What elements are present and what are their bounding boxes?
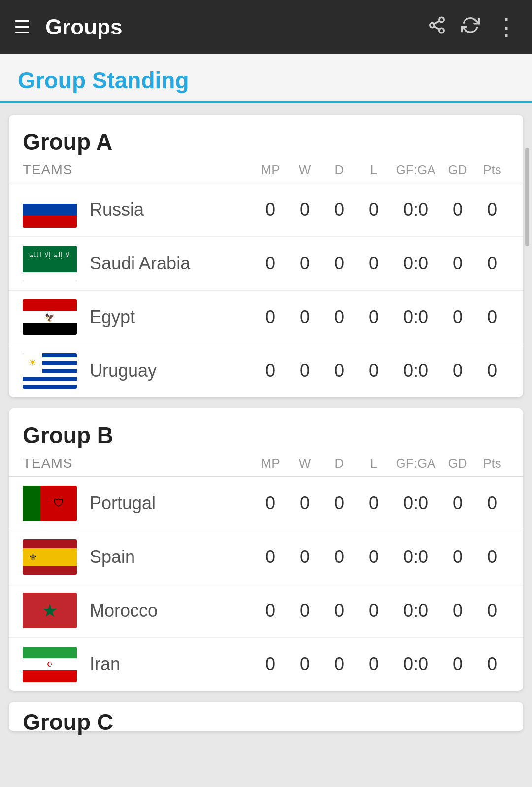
team-row-saudi-arabia[interactable]: لا إله إلا الله Saudi Arabia 0 0 0 0 0:0… — [9, 237, 523, 291]
col-pts-b: Pts — [475, 456, 509, 471]
col-gd-b: GD — [440, 456, 475, 471]
team-name-iran: Iran — [90, 654, 253, 675]
group-c-partial-card: Group C — [9, 702, 523, 731]
stat-w: 0 — [288, 253, 322, 274]
group-a-card: Group A TEAMS MP W D L GF:GA GD Pts Russ… — [9, 115, 523, 397]
stat-d: 0 — [322, 654, 357, 675]
stat-gfga: 0:0 — [391, 493, 440, 514]
group-a-col-headers: TEAMS MP W D L GF:GA GD Pts — [9, 155, 523, 183]
scrollbar[interactable] — [525, 148, 529, 246]
col-pts: Pts — [475, 163, 509, 178]
team-stats-iran: 0 0 0 0 0:0 0 0 — [253, 654, 509, 675]
col-w-b: W — [288, 456, 322, 471]
saudi-flag-band — [23, 272, 77, 281]
stat-pts: 0 — [475, 654, 509, 675]
stat-l: 0 — [357, 307, 391, 328]
col-w: W — [288, 163, 322, 178]
team-stats-uruguay: 0 0 0 0 0:0 0 0 — [253, 361, 509, 381]
stat-gd: 0 — [440, 493, 475, 514]
stat-w: 0 — [288, 361, 322, 381]
team-name-morocco: Morocco — [90, 600, 253, 621]
menu-icon[interactable]: ☰ — [14, 18, 31, 36]
iran-emblem: ☪ — [47, 660, 53, 668]
stat-d: 0 — [322, 493, 357, 514]
stat-d: 0 — [322, 600, 357, 621]
col-l: L — [357, 163, 391, 178]
stat-l: 0 — [357, 493, 391, 514]
flag-spain: ⚜ — [23, 539, 77, 575]
flag-morocco: ★ — [23, 593, 77, 628]
team-row-uruguay[interactable]: ☀ Uruguay 0 0 0 0 0:0 0 0 — [9, 344, 523, 397]
stat-d: 0 — [322, 307, 357, 328]
col-stat-headers: MP W D L GF:GA GD Pts — [253, 163, 509, 178]
group-c-partial-name: Group C — [9, 702, 523, 742]
flag-uruguay: ☀ — [23, 353, 77, 389]
svg-line-4 — [434, 21, 440, 24]
group-b-card: Group B TEAMS MP W D L GF:GA GD Pts 🛡 — [9, 408, 523, 691]
team-row-spain[interactable]: ⚜ Spain 0 0 0 0 0:0 0 0 — [9, 530, 523, 584]
portugal-flag-right: 🛡 — [40, 486, 77, 521]
stat-l: 0 — [357, 654, 391, 675]
team-row-morocco[interactable]: ★ Morocco 0 0 0 0 0:0 0 0 — [9, 584, 523, 638]
col-gfga-b: GF:GA — [391, 456, 440, 471]
portugal-flag-left — [23, 486, 40, 521]
header-actions: ⋮ — [428, 13, 518, 41]
flag-egypt: 🦅 — [23, 299, 77, 335]
team-row-iran[interactable]: ☪ Iran 0 0 0 0 0:0 0 0 — [9, 638, 523, 691]
section-title: Group Standing — [18, 67, 189, 93]
stat-gd: 0 — [440, 253, 475, 274]
stat-pts: 0 — [475, 199, 509, 220]
stat-mp: 0 — [253, 493, 288, 514]
team-row-portugal[interactable]: 🛡 Portugal 0 0 0 0 0:0 0 0 — [9, 477, 523, 530]
team-name-egypt: Egypt — [90, 307, 253, 328]
stat-w: 0 — [288, 307, 322, 328]
stat-gfga: 0:0 — [391, 307, 440, 328]
team-name-portugal: Portugal — [90, 493, 253, 514]
stat-pts: 0 — [475, 547, 509, 567]
team-stats-spain: 0 0 0 0 0:0 0 0 — [253, 547, 509, 567]
section-title-bar: Group Standing — [0, 54, 532, 103]
group-b-name: Group B — [23, 422, 509, 449]
col-gfga: GF:GA — [391, 163, 440, 178]
stat-gfga: 0:0 — [391, 547, 440, 567]
stat-l: 0 — [357, 547, 391, 567]
team-stats-morocco: 0 0 0 0 0:0 0 0 — [253, 600, 509, 621]
svg-line-3 — [434, 26, 440, 29]
stat-w: 0 — [288, 493, 322, 514]
col-stat-headers-b: MP W D L GF:GA GD Pts — [253, 456, 509, 471]
flag-saudi-arabia: لا إله إلا الله — [23, 246, 77, 281]
team-name-uruguay: Uruguay — [90, 361, 253, 381]
stat-gd: 0 — [440, 547, 475, 567]
stat-gd: 0 — [440, 600, 475, 621]
team-row-russia[interactable]: Russia 0 0 0 0 0:0 0 0 — [9, 183, 523, 237]
col-d: D — [322, 163, 357, 178]
refresh-icon[interactable] — [461, 16, 480, 39]
stat-mp: 0 — [253, 199, 288, 220]
stat-mp: 0 — [253, 654, 288, 675]
stat-d: 0 — [322, 547, 357, 567]
stat-d: 0 — [322, 361, 357, 381]
saudi-flag-text: لا إله إلا الله — [23, 251, 77, 259]
col-l-b: L — [357, 456, 391, 471]
more-options-icon[interactable]: ⋮ — [495, 13, 518, 41]
stat-w: 0 — [288, 600, 322, 621]
team-row-egypt[interactable]: 🦅 Egypt 0 0 0 0 0:0 0 0 — [9, 291, 523, 344]
group-b-col-headers: TEAMS MP W D L GF:GA GD Pts — [9, 449, 523, 477]
stat-pts: 0 — [475, 361, 509, 381]
team-stats-egypt: 0 0 0 0 0:0 0 0 — [253, 307, 509, 328]
stat-l: 0 — [357, 253, 391, 274]
group-a-header: Group A — [9, 115, 523, 155]
app-header: ☰ Groups ⋮ — [0, 0, 532, 54]
stat-l: 0 — [357, 600, 391, 621]
stat-w: 0 — [288, 654, 322, 675]
team-stats-portugal: 0 0 0 0 0:0 0 0 — [253, 493, 509, 514]
stat-gd: 0 — [440, 199, 475, 220]
col-mp: MP — [253, 163, 288, 178]
stat-gd: 0 — [440, 654, 475, 675]
stat-pts: 0 — [475, 253, 509, 274]
stat-gfga: 0:0 — [391, 361, 440, 381]
stat-d: 0 — [322, 199, 357, 220]
col-mp-b: MP — [253, 456, 288, 471]
content-area: Group A TEAMS MP W D L GF:GA GD Pts Russ… — [0, 103, 532, 743]
share-icon[interactable] — [428, 16, 446, 39]
